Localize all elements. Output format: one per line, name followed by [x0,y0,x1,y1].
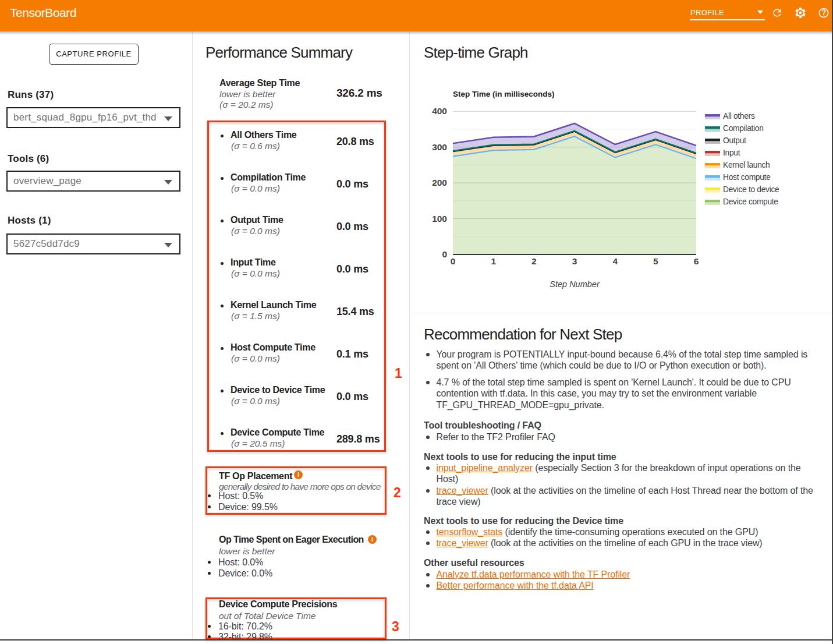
svg-text:1: 1 [491,256,496,266]
svg-text:0: 0 [451,256,456,266]
svg-text:All others: All others [723,112,755,121]
svg-text:Output: Output [723,136,746,145]
svg-text:400: 400 [432,106,447,116]
svg-text:Host compute: Host compute [723,173,771,182]
svg-text:Step Number: Step Number [550,279,600,289]
svg-text:3: 3 [572,256,577,266]
svg-text:4: 4 [612,256,618,266]
svg-text:2: 2 [531,256,537,266]
svg-text:6: 6 [694,256,699,266]
svg-text:Compilation: Compilation [723,124,764,133]
svg-text:Device compute: Device compute [723,197,778,206]
svg-text:Kernel launch: Kernel launch [723,161,770,169]
svg-text:Step Time (in milliseconds): Step Time (in milliseconds) [453,90,555,98]
svg-text:100: 100 [432,214,447,224]
svg-text:Device to device: Device to device [723,185,779,194]
svg-text:5: 5 [653,256,658,266]
svg-text:Input: Input [723,148,740,157]
svg-text:300: 300 [432,142,447,152]
svg-text:200: 200 [432,178,447,187]
svg-text:0: 0 [442,249,447,259]
